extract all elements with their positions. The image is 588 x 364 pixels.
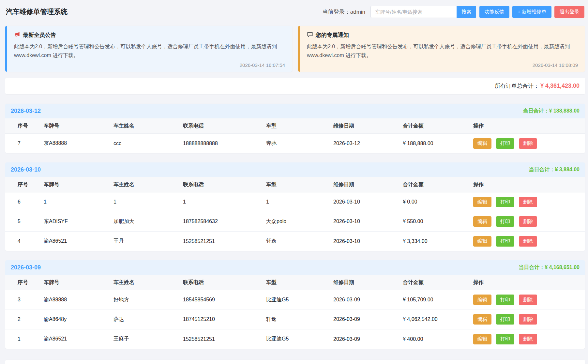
cell-seq: 1 [5, 329, 44, 349]
column-header: 操作 [473, 177, 585, 192]
column-header: 车型 [266, 118, 333, 133]
cell-model: 轩逸 [266, 231, 333, 251]
cell-actions: 编辑打印删除 [473, 133, 585, 153]
column-header: 合计金额 [403, 177, 473, 192]
print-button[interactable]: 打印 [496, 295, 514, 305]
column-header: 车牌号 [44, 275, 113, 290]
cell-amount: ¥ 400.00 [403, 329, 473, 349]
notice-timestamp: 2026-03-14 16:08:09 [307, 62, 578, 68]
day-header-bar: 2026-03-12当日合计：¥ 188,888.00 [5, 104, 585, 118]
personal-notice-card: 您的专属通知 此版本为2.0，新增后台账号管理和公告发布，可以私发个人账号，适合… [298, 26, 585, 72]
announcement-body: 此版本为2.0，新增后台账号管理和公告发布，可以私发个人账号，适合修理厂员工带手… [14, 42, 285, 60]
order-day-section: 2026-03-10当日合计：¥ 3,884.00序号车牌号车主姓名联系电话车型… [5, 162, 585, 251]
print-button[interactable]: 打印 [496, 236, 514, 247]
cell-amount: ¥ 550.00 [403, 212, 473, 231]
column-header: 车主姓名 [113, 118, 183, 133]
delete-button[interactable]: 删除 [519, 314, 537, 325]
cell-plate: 渝A88888 [44, 290, 113, 310]
delete-button[interactable]: 删除 [519, 216, 537, 227]
delete-button[interactable]: 删除 [519, 197, 537, 207]
table-header-row: 序号车牌号车主姓名联系电话车型维修日期合计金额操作 [5, 275, 585, 290]
column-header: 车牌号 [44, 177, 113, 192]
page-title: 汽车维修单管理系统 [6, 7, 68, 16]
cell-phone: 15258521251 [183, 329, 266, 349]
search-button[interactable]: 搜索 [457, 6, 476, 18]
global-announcement-card: 最新全员公告 此版本为2.0，新增后台账号管理和公告发布，可以私发个人账号，适合… [5, 26, 292, 72]
cell-phone: 18745125210 [183, 310, 266, 329]
cell-repair-date: 2026-03-10 [333, 192, 403, 212]
day-total: 当日合计：¥ 188,888.00 [523, 108, 580, 114]
cell-seq: 2 [5, 310, 44, 329]
cell-amount: ¥ 188,888.00 [403, 133, 473, 153]
column-header: 合计金额 [403, 118, 473, 133]
cell-phone: 15258521251 [183, 231, 266, 251]
add-repair-order-button[interactable]: + 新增维修单 [512, 6, 551, 18]
row-actions: 编辑打印删除 [473, 236, 582, 247]
cell-repair-date: 2026-03-09 [333, 310, 403, 329]
delete-button[interactable]: 删除 [519, 236, 537, 247]
footer-strip [5, 360, 585, 364]
cell-repair-date: 2026-03-10 [333, 212, 403, 231]
cell-actions: 编辑打印删除 [473, 310, 585, 329]
cell-phone: 18545854569 [183, 290, 266, 310]
column-header: 联系电话 [183, 118, 266, 133]
announcements: 最新全员公告 此版本为2.0，新增后台账号管理和公告发布，可以私发个人账号，适合… [5, 26, 585, 72]
orders-table: 序号车牌号车主姓名联系电话车型维修日期合计金额操作611112026-03-10… [5, 177, 585, 251]
cell-owner: 王丹 [113, 231, 183, 251]
table-row: 7京A88888ccc188888888888奔驰2026-03-12¥ 188… [5, 133, 585, 153]
logout-button[interactable]: 退出登录 [554, 6, 584, 18]
edit-button[interactable]: 编辑 [473, 236, 491, 247]
edit-button[interactable]: 编辑 [473, 216, 491, 227]
delete-button[interactable]: 删除 [519, 334, 537, 344]
table-row: 5东ADISYF加肥加大187582584632大众polo2026-03-10… [5, 212, 585, 231]
cell-actions: 编辑打印删除 [473, 329, 585, 349]
print-button[interactable]: 打印 [496, 314, 514, 325]
cell-plate: 渝A86521 [44, 329, 113, 349]
table-row: 1渝A86521王麻子15258521251比亚迪G52026-03-09¥ 4… [5, 329, 585, 349]
orders-table: 序号车牌号车主姓名联系电话车型维修日期合计金额操作7京A88888ccc1888… [5, 118, 585, 153]
column-header: 维修日期 [333, 177, 403, 192]
cell-plate: 京A88888 [44, 133, 113, 153]
order-sections: 2026-03-12当日合计：¥ 188,888.00序号车牌号车主姓名联系电话… [5, 104, 585, 349]
notice-body: 此版本为2.0，新增后台账号管理和公告发布，可以私发个人账号，适合修理厂员工带手… [307, 42, 578, 60]
column-header: 合计金额 [403, 275, 473, 290]
day-total: 当日合计：¥ 3,884.00 [529, 166, 580, 173]
print-button[interactable]: 打印 [496, 334, 514, 344]
edit-button[interactable]: 编辑 [473, 295, 491, 305]
cell-owner: 1 [113, 192, 183, 212]
cell-seq: 3 [5, 290, 44, 310]
day-date: 2026-03-09 [11, 264, 41, 271]
edit-button[interactable]: 编辑 [473, 334, 491, 344]
search-group: 搜索 [370, 6, 476, 18]
chat-bubble-icon [307, 31, 313, 39]
cell-model: 比亚迪G5 [266, 329, 333, 349]
feedback-button[interactable]: 功能反馈 [479, 6, 509, 18]
edit-button[interactable]: 编辑 [473, 197, 491, 207]
edit-button[interactable]: 编辑 [473, 314, 491, 325]
page-root: 汽车维修单管理系统 当前登录：admin 搜索 功能反馈 + 新增维修单 退出登… [0, 0, 588, 364]
table-header-row: 序号车牌号车主姓名联系电话车型维修日期合计金额操作 [5, 177, 585, 192]
print-button[interactable]: 打印 [496, 216, 514, 227]
print-button[interactable]: 打印 [496, 138, 514, 149]
table-header-row: 序号车牌号车主姓名联系电话车型维修日期合计金额操作 [5, 118, 585, 133]
delete-button[interactable]: 删除 [519, 295, 537, 305]
column-header: 车牌号 [44, 118, 113, 133]
day-header-bar: 2026-03-10当日合计：¥ 3,884.00 [5, 162, 585, 177]
edit-button[interactable]: 编辑 [473, 138, 491, 149]
table-row: 611112026-03-10¥ 0.00编辑打印删除 [5, 192, 585, 212]
grand-total-card: 所有订单总合计： ¥ 4,361,423.00 [5, 78, 585, 94]
search-input[interactable] [370, 6, 457, 18]
table-row: 4渝A86521王丹15258521251轩逸2026-03-10¥ 3,334… [5, 231, 585, 251]
cell-plate: 渝A86521 [44, 231, 113, 251]
announcement-title: 最新全员公告 [23, 31, 56, 39]
cell-phone: 1 [183, 192, 266, 212]
cell-plate: 东ADISYF [44, 212, 113, 231]
cell-phone: 187582584632 [183, 212, 266, 231]
cell-plate: 渝A8648y [44, 310, 113, 329]
delete-button[interactable]: 删除 [519, 138, 537, 149]
print-button[interactable]: 打印 [496, 197, 514, 207]
day-total: 当日合计：¥ 4,168,651.00 [519, 264, 580, 271]
column-header: 维修日期 [333, 275, 403, 290]
cell-repair-date: 2026-03-09 [333, 290, 403, 310]
announcement-timestamp: 2026-03-14 16:07:54 [14, 62, 285, 68]
